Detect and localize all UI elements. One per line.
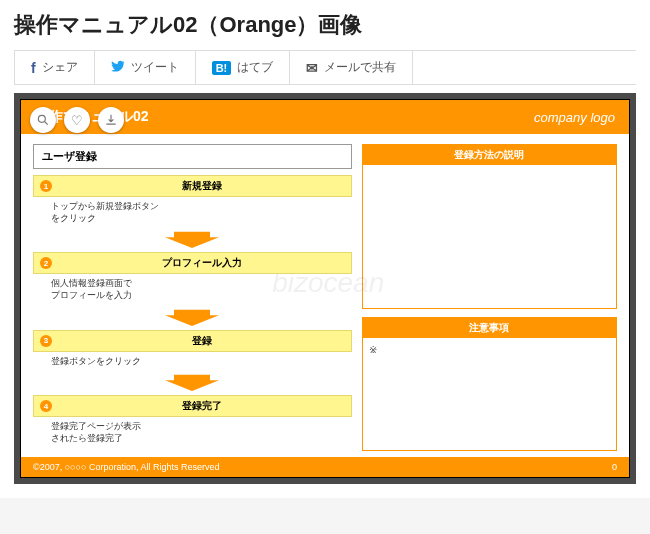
footer-copyright: ©2007, ○○○○ Corporation, All Rights Rese… <box>33 462 219 472</box>
step-label-4: 登録完了 <box>60 399 345 413</box>
svg-point-0 <box>38 115 45 122</box>
page-title: 操作マニュアル02（Orange）画像 <box>14 10 636 40</box>
svg-marker-2 <box>165 232 219 248</box>
mail-icon: ✉ <box>306 60 318 76</box>
step-2: 2プロフィール入力 個人情報登録画面で プロフィールを入力 <box>33 252 352 305</box>
step-body-4: 登録完了ページが表示 されたら登録完了 <box>33 417 352 448</box>
info-body-2: ※ <box>363 338 616 450</box>
facebook-icon: f <box>31 60 36 76</box>
heart-icon: ♡ <box>71 113 83 128</box>
step-label-1: 新規登録 <box>60 179 345 193</box>
step-num-3: 3 <box>40 335 52 347</box>
share-facebook[interactable]: f シェア <box>14 51 95 84</box>
slide-footer: ©2007, ○○○○ Corporation, All Rights Rese… <box>21 457 629 477</box>
svg-marker-4 <box>165 375 219 391</box>
info-body-1 <box>363 165 616 308</box>
svg-marker-3 <box>165 310 219 326</box>
slide: 操作マニュアル02 company logo bizocean ユーザ登録 1新… <box>20 99 630 478</box>
steps-column: ユーザ登録 1新規登録 トップから新規登録ボタン をクリック 2プロフィール入力… <box>33 144 352 451</box>
download-button[interactable] <box>98 107 124 133</box>
download-icon <box>104 113 118 127</box>
step-body-2: 個人情報登録画面で プロフィールを入力 <box>33 274 352 305</box>
share-facebook-label: シェア <box>42 59 78 76</box>
step-4: 4登録完了 登録完了ページが表示 されたら登録完了 <box>33 395 352 448</box>
like-button[interactable]: ♡ <box>64 107 90 133</box>
viewer-toolbar: ♡ <box>30 107 124 133</box>
share-twitter-label: ツイート <box>131 59 179 76</box>
step-label-3: 登録 <box>60 334 345 348</box>
zoom-button[interactable] <box>30 107 56 133</box>
step-num-2: 2 <box>40 257 52 269</box>
share-hatena[interactable]: B! はてブ <box>196 51 291 84</box>
hatena-icon: B! <box>212 61 232 75</box>
step-1: 1新規登録 トップから新規登録ボタン をクリック <box>33 175 352 228</box>
info-column: 登録方法の説明 注意事項 ※ <box>362 144 617 451</box>
share-mail[interactable]: ✉ メールで共有 <box>290 51 413 84</box>
info-box-explanation: 登録方法の説明 <box>362 144 617 309</box>
info-box-caution: 注意事項 ※ <box>362 317 617 451</box>
step-num-1: 1 <box>40 180 52 192</box>
info-title-1: 登録方法の説明 <box>363 145 616 165</box>
info-title-2: 注意事項 <box>363 318 616 338</box>
arrow-icon <box>33 230 352 252</box>
arrow-icon <box>33 373 352 395</box>
share-twitter[interactable]: ツイート <box>95 51 196 84</box>
step-label-2: プロフィール入力 <box>60 256 345 270</box>
section-title: ユーザ登録 <box>33 144 352 169</box>
footer-page-number: 0 <box>612 462 617 472</box>
arrow-icon <box>33 308 352 330</box>
step-body-3: 登録ボタンをクリック <box>33 352 352 372</box>
twitter-icon <box>111 59 125 76</box>
share-mail-label: メールで共有 <box>324 59 396 76</box>
step-num-4: 4 <box>40 400 52 412</box>
zoom-icon <box>36 113 50 127</box>
step-3: 3登録 登録ボタンをクリック <box>33 330 352 372</box>
step-body-1: トップから新規登録ボタン をクリック <box>33 197 352 228</box>
svg-line-1 <box>45 122 48 125</box>
viewer: ♡ 操作マニュアル02 company logo bizocean ユーザ登録 … <box>14 93 636 484</box>
share-hatena-label: はてブ <box>237 59 273 76</box>
share-row: f シェア ツイート B! はてブ ✉ メールで共有 <box>14 50 636 85</box>
company-logo: company logo <box>534 110 615 125</box>
